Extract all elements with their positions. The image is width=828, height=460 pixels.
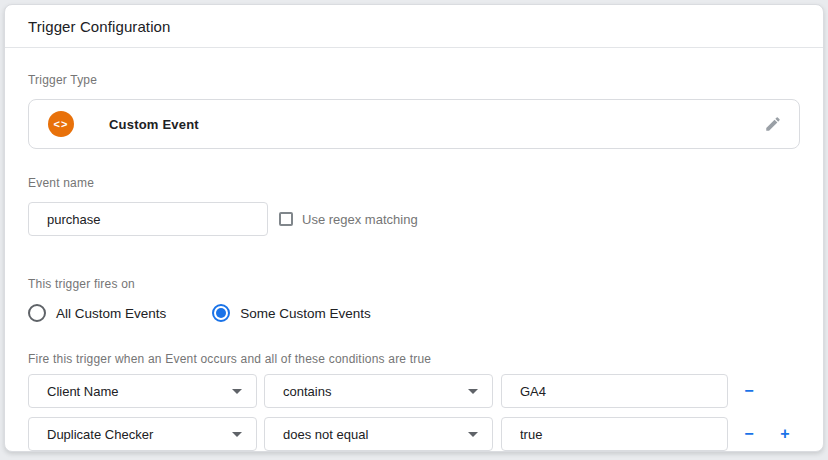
page-title: Trigger Configuration: [28, 18, 170, 35]
condition-1-variable-value: Client Name: [47, 384, 119, 399]
chevron-down-icon: [232, 389, 242, 394]
condition-1-operator-select[interactable]: contains: [264, 374, 493, 408]
fires-on-options: All Custom Events Some Custom Events: [28, 304, 800, 322]
regex-checkbox-label: Use regex matching: [302, 212, 418, 227]
condition-1-operator-value: contains: [283, 384, 331, 399]
chevron-down-icon: [232, 432, 242, 437]
condition-1-value-input[interactable]: [501, 374, 728, 408]
condition-add-button[interactable]: +: [777, 426, 793, 442]
code-brackets-glyph: <>: [54, 118, 69, 129]
condition-1-variable-select[interactable]: Client Name: [28, 374, 257, 408]
conditions-label: Fire this trigger when an Event occurs a…: [28, 352, 800, 366]
regex-checkbox[interactable]: [279, 212, 293, 226]
condition-2-operator-select[interactable]: does not equal: [264, 417, 493, 451]
trigger-configuration-panel: Trigger Configuration Trigger Type <> Cu…: [4, 4, 824, 452]
panel-header: Trigger Configuration: [5, 5, 823, 48]
edit-pencil-icon[interactable]: [761, 112, 785, 136]
panel-body: Trigger Type <> Custom Event Event name …: [5, 73, 823, 451]
condition-2-operator-value: does not equal: [283, 427, 368, 442]
condition-row-2: Duplicate Checker does not equal − +: [28, 417, 800, 451]
trigger-type-label: Trigger Type: [28, 73, 800, 87]
condition-2-variable-select[interactable]: Duplicate Checker: [28, 417, 257, 451]
radio-some-custom-events[interactable]: Some Custom Events: [212, 304, 371, 322]
radio-all-custom-events-label: All Custom Events: [56, 306, 166, 321]
radio-all-custom-events[interactable]: All Custom Events: [28, 304, 166, 322]
event-name-label: Event name: [28, 176, 800, 190]
event-name-row: Use regex matching: [28, 202, 800, 236]
condition-2-value-input[interactable]: [501, 417, 728, 451]
custom-event-icon: <>: [48, 111, 74, 137]
regex-checkbox-wrap[interactable]: Use regex matching: [279, 212, 418, 227]
radio-selected-icon[interactable]: [212, 304, 230, 322]
trigger-type-card[interactable]: <> Custom Event: [28, 99, 800, 149]
radio-icon[interactable]: [28, 304, 46, 322]
chevron-down-icon: [468, 432, 478, 437]
fires-on-label: This trigger fires on: [28, 277, 800, 291]
condition-2-variable-value: Duplicate Checker: [47, 427, 153, 442]
condition-row-1: Client Name contains −: [28, 374, 800, 408]
trigger-type-value: Custom Event: [109, 117, 199, 132]
chevron-down-icon: [468, 389, 478, 394]
event-name-input[interactable]: [28, 202, 268, 236]
radio-some-custom-events-label: Some Custom Events: [240, 306, 371, 321]
condition-2-remove-button[interactable]: −: [741, 426, 757, 442]
condition-1-remove-button[interactable]: −: [741, 383, 757, 399]
